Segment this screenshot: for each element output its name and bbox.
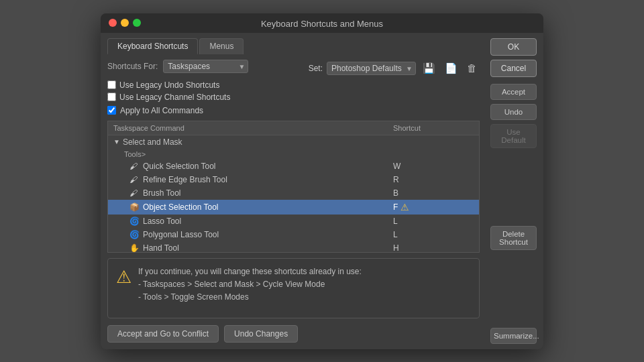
apply-commands-row: Apply to All Commands <box>107 106 480 115</box>
ok-cancel-group: OK Cancel <box>490 38 537 77</box>
undo-button[interactable]: Undo <box>490 104 537 120</box>
table-body[interactable]: ▼ Select and Mask Tools> 🖌 Quick Selecti… <box>107 135 480 253</box>
shortcuts-for-select[interactable]: Taskspaces Application Menus Panel Menus… <box>163 60 248 73</box>
row-shortcut: F ⚠ <box>393 202 474 213</box>
table-row[interactable]: 🖌 Refine Edge Brush Tool R <box>108 173 479 186</box>
lasso-tool-icon: 🌀 <box>129 217 140 226</box>
shortcuts-set-row: Shortcuts For: Taskspaces Application Me… <box>107 60 480 77</box>
shortcuts-for-group: Shortcuts For: Taskspaces Application Me… <box>107 60 248 73</box>
row-shortcut: H <box>393 243 474 253</box>
legacy-undo-checkbox[interactable] <box>107 80 116 89</box>
maximize-button[interactable] <box>133 19 141 27</box>
warning-conflict-2: - Tools > Toggle Screen Modes <box>138 291 362 304</box>
cancel-button[interactable]: Cancel <box>490 60 537 77</box>
row-name: Quick Selection Tool <box>143 162 393 171</box>
set-select-wrapper: Photoshop Defaults Custom ▼ <box>327 62 416 75</box>
tab-bar: Keyboard Shortcuts Menus <box>107 38 480 54</box>
table-row[interactable]: 🖌 Quick Selection Tool W <box>108 160 479 173</box>
traffic-lights <box>109 19 141 27</box>
group-select-and-mask[interactable]: ▼ Select and Mask <box>108 135 479 149</box>
table-row-selected[interactable]: 📦 Object Selection Tool F ⚠ <box>108 200 479 215</box>
apply-all-commands-label: Apply to All Commands <box>120 106 203 115</box>
warning-message: If you continue, you will change these s… <box>138 265 362 278</box>
dialog-title: Keyboard Shortcuts and Menus <box>261 19 383 29</box>
refine-edge-brush-icon: 🖌 <box>129 175 140 184</box>
set-group: Set: Photoshop Defaults Custom ▼ 💾 📄 🗑 <box>309 61 480 76</box>
table-header: Taskspace Command Shortcut <box>107 121 480 135</box>
table-row[interactable]: 🖌 Brush Tool B <box>108 186 479 200</box>
tab-keyboard-shortcuts[interactable]: Keyboard Shortcuts <box>107 38 198 54</box>
shortcuts-for-select-wrapper: Taskspaces Application Menus Panel Menus… <box>163 60 248 73</box>
warning-triangle-icon: ⚠ <box>116 267 131 288</box>
hand-tool-icon: ✋ <box>129 243 140 253</box>
legacy-channel-row: Use Legacy Channel Shortcuts <box>107 93 480 102</box>
new-set-button[interactable]: 📄 <box>442 61 460 76</box>
row-shortcut: L <box>393 230 474 239</box>
row-name: Lasso Tool <box>143 217 393 226</box>
delete-shortcut-button[interactable]: Delete Shortcut <box>490 226 537 250</box>
row-shortcut: R <box>393 175 474 184</box>
keyboard-shortcuts-dialog: Keyboard Shortcuts and Menus Keyboard Sh… <box>101 13 543 349</box>
row-name: Refine Edge Brush Tool <box>143 175 393 184</box>
shortcuts-for-label: Shortcuts For: <box>107 62 158 71</box>
row-name: Hand Tool <box>143 243 393 253</box>
legacy-channel-label: Use Legacy Channel Shortcuts <box>119 93 230 102</box>
accept-go-conflict-button[interactable]: Accept and Go to Conflict <box>107 325 219 343</box>
row-shortcut: W <box>393 162 474 171</box>
group-name: Select and Mask <box>123 137 182 147</box>
warning-section: ⚠ If you continue, you will change these… <box>107 258 480 318</box>
legacy-channel-checkbox[interactable] <box>107 93 116 101</box>
row-name: Brush Tool <box>143 188 393 198</box>
row-shortcut: L <box>393 217 474 226</box>
row-name: Polygonal Lasso Tool <box>143 230 393 239</box>
minimize-button[interactable] <box>121 19 129 27</box>
brush-tool-icon: 🖌 <box>129 188 140 198</box>
polygonal-lasso-icon: 🌀 <box>129 230 140 239</box>
legacy-undo-row: Use Legacy Undo Shortcuts <box>107 80 480 90</box>
dialog-body: Keyboard Shortcuts Menus Shortcuts For: … <box>101 33 543 349</box>
summarize-button[interactable]: Summarize... <box>490 328 537 344</box>
sub-header-tools: Tools> <box>108 149 479 160</box>
save-set-button[interactable]: 💾 <box>420 61 438 76</box>
warning-conflict-1: - Taskspaces > Select and Mask > Cycle V… <box>138 278 362 291</box>
undo-changes-button[interactable]: Undo Changes <box>224 325 298 343</box>
column-shortcut-header: Shortcut <box>393 124 474 132</box>
main-content: Keyboard Shortcuts Menus Shortcuts For: … <box>101 33 486 349</box>
title-bar: Keyboard Shortcuts and Menus <box>101 13 543 33</box>
warning-text-block: If you continue, you will change these s… <box>138 265 362 304</box>
delete-set-button[interactable]: 🗑 <box>464 61 480 75</box>
row-name: Object Selection Tool <box>143 202 393 212</box>
table-row[interactable]: ✋ Hand Tool H <box>108 241 479 253</box>
accept-button[interactable]: Accept <box>490 84 537 100</box>
spacer <box>490 152 537 222</box>
spacer2 <box>490 254 537 324</box>
column-command-header: Taskspace Command <box>113 124 393 132</box>
bottom-buttons: Accept and Go to Conflict Undo Changes <box>107 325 480 343</box>
collapse-arrow-icon: ▼ <box>113 138 120 145</box>
ok-button[interactable]: OK <box>490 38 537 56</box>
warning-icon: ⚠ <box>400 202 409 213</box>
table-row[interactable]: 🌀 Lasso Tool L <box>108 215 479 228</box>
set-select[interactable]: Photoshop Defaults Custom <box>327 62 416 75</box>
use-default-button[interactable]: Use Default <box>490 124 537 148</box>
tab-menus[interactable]: Menus <box>199 38 244 54</box>
close-button[interactable] <box>109 19 117 27</box>
object-selection-tool-icon: 📦 <box>129 202 140 212</box>
apply-all-commands-checkbox[interactable] <box>107 106 116 115</box>
right-panel: OK Cancel Accept Undo Use Default Delete… <box>486 33 543 349</box>
set-label: Set: <box>309 64 323 73</box>
row-shortcut: B <box>393 188 474 198</box>
table-row[interactable]: 🌀 Polygonal Lasso Tool L <box>108 228 479 241</box>
quick-selection-tool-icon: 🖌 <box>129 162 140 171</box>
legacy-undo-label: Use Legacy Undo Shortcuts <box>119 80 219 90</box>
